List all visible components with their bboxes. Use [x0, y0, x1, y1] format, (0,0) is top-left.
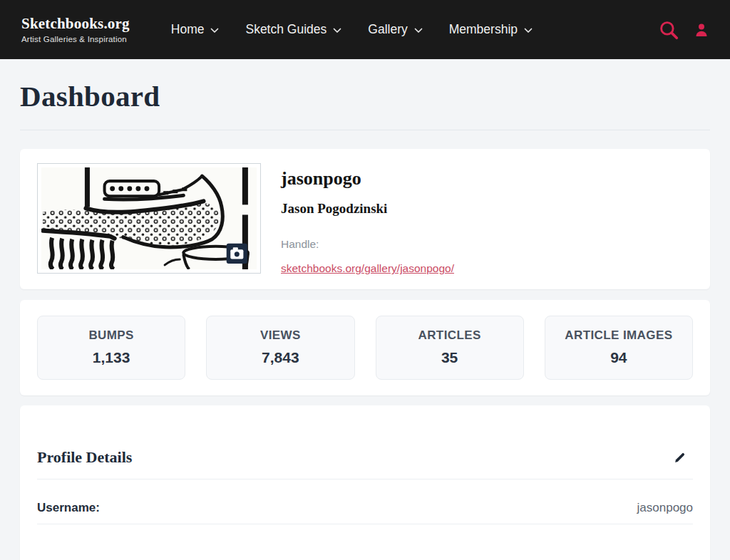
stat-value: 94 — [551, 349, 687, 366]
chevron-down-icon — [524, 22, 533, 37]
profile-username: jasonpogo — [281, 168, 454, 190]
stat-value: 1,133 — [43, 349, 179, 366]
profile-fullname: Jason Pogodzinski — [281, 201, 454, 217]
detail-row-username: Username: jasonpogo — [37, 501, 693, 524]
stat-value: 35 — [382, 349, 518, 366]
page-title-divider — [20, 130, 710, 130]
header-icons — [658, 19, 710, 41]
stat-box-views: VIEWS 7,843 — [206, 316, 354, 380]
stat-label: BUMPS — [43, 328, 179, 343]
site-logo-tagline: Artist Galleries & Inspiration — [21, 35, 130, 43]
site-header: Sketchbooks.org Artist Galleries & Inspi… — [0, 0, 730, 59]
nav-item-label: Sketch Guides — [245, 22, 327, 37]
search-icon[interactable] — [658, 19, 679, 41]
nav-item-gallery[interactable]: Gallery — [368, 22, 422, 37]
nav-item-label: Gallery — [368, 22, 407, 37]
stat-label: ARTICLES — [382, 328, 518, 343]
site-logo[interactable]: Sketchbooks.org Artist Galleries & Inspi… — [21, 16, 130, 43]
nav-item-label: Home — [171, 22, 205, 37]
stat-box-article-images: ARTICLE IMAGES 94 — [545, 316, 693, 380]
chevron-down-icon — [414, 22, 423, 37]
stat-box-bumps: BUMPS 1,133 — [37, 316, 185, 380]
handle-label: Handle: — [281, 238, 454, 251]
profile-info: jasonpogo Jason Pogodzinski Handle: sket… — [281, 163, 454, 275]
nav-item-label: Membership — [449, 22, 518, 37]
stat-label: ARTICLE IMAGES — [551, 328, 687, 343]
detail-value: jasonpogo — [637, 501, 693, 515]
chevron-down-icon — [333, 22, 341, 37]
profile-card: jasonpogo Jason Pogodzinski Handle: sket… — [20, 149, 710, 289]
page-title: Dashboard — [20, 81, 710, 113]
site-logo-title: Sketchbooks.org — [21, 16, 130, 32]
nav-item-membership[interactable]: Membership — [449, 22, 533, 37]
account-icon[interactable] — [693, 21, 710, 38]
chevron-down-icon — [210, 22, 219, 37]
camera-icon — [227, 244, 247, 264]
profile-details-divider — [37, 479, 693, 479]
sketch-artwork — [41, 167, 257, 269]
stat-label: VIEWS — [212, 328, 348, 343]
profile-image[interactable] — [37, 163, 261, 274]
main-content: Dashboard — [20, 81, 710, 560]
nav-item-sketch-guides[interactable]: Sketch Guides — [245, 22, 341, 37]
stat-value: 7,843 — [212, 349, 348, 366]
gallery-handle-link[interactable]: sketchbooks.org/gallery/jasonpogo/ — [281, 262, 454, 275]
profile-details-title: Profile Details — [37, 448, 132, 467]
main-nav: Home Sketch Guides Gallery Membership — [171, 22, 533, 37]
stats-card: BUMPS 1,133 VIEWS 7,843 ARTICLES 35 ARTI… — [20, 300, 710, 395]
edit-pencil-icon[interactable] — [674, 452, 686, 464]
profile-details-header: Profile Details — [37, 448, 693, 467]
stat-box-articles: ARTICLES 35 — [376, 316, 524, 380]
detail-label: Username: — [37, 501, 100, 515]
profile-details-card: Profile Details Username: jasonpogo — [20, 405, 710, 560]
nav-item-home[interactable]: Home — [171, 22, 220, 37]
